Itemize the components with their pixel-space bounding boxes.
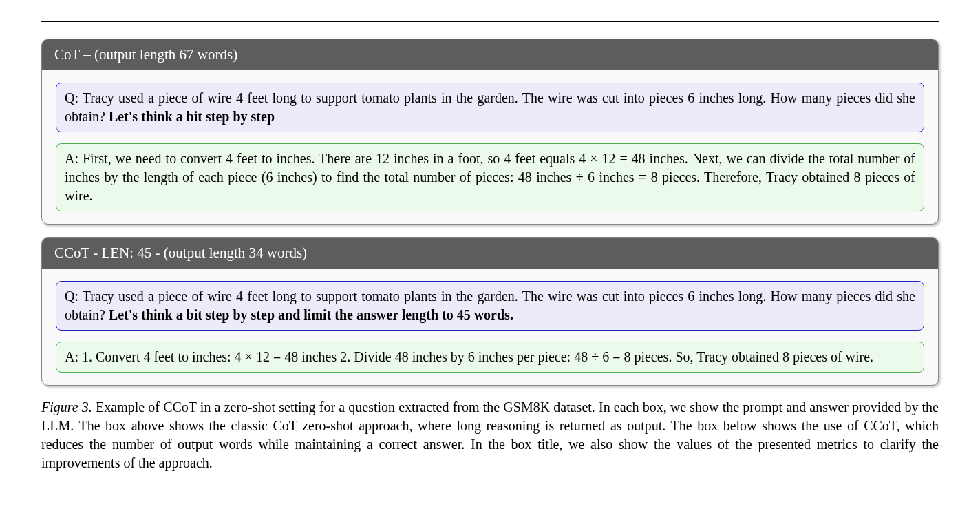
cot-box-header: CoT – (output length 67 words) <box>42 39 938 70</box>
ccot-question-box: Q: Tracy used a piece of wire 4 feet lon… <box>56 281 924 331</box>
cot-box-body: Q: Tracy used a piece of wire 4 feet lon… <box>42 70 938 224</box>
figure-label: Figure 3. <box>41 399 92 415</box>
cot-question-bold: Let's think a bit step by step <box>109 109 275 124</box>
cot-answer-box: A: First, we need to convert 4 feet to i… <box>56 143 924 211</box>
ccot-question-bold: Let's think a bit step by step and limit… <box>109 307 513 322</box>
figure-caption-text: Example of CCoT in a zero-shot setting f… <box>41 399 939 470</box>
horizontal-rule <box>41 21 939 22</box>
ccot-box: CCoT - LEN: 45 - (output length 34 words… <box>41 237 939 386</box>
ccot-answer-text: A: 1. Convert 4 feet to inches: 4 × 12 =… <box>65 349 873 364</box>
cot-box: CoT – (output length 67 words) Q: Tracy … <box>41 39 939 225</box>
ccot-box-header: CCoT - LEN: 45 - (output length 34 words… <box>42 238 938 269</box>
cot-question-box: Q: Tracy used a piece of wire 4 feet lon… <box>56 83 924 132</box>
ccot-answer-box: A: 1. Convert 4 feet to inches: 4 × 12 =… <box>56 342 924 373</box>
ccot-box-body: Q: Tracy used a piece of wire 4 feet lon… <box>42 269 938 385</box>
cot-answer-text: A: First, we need to convert 4 feet to i… <box>65 151 915 203</box>
figure-caption: Figure 3. Example of CCoT in a zero-shot… <box>41 398 939 472</box>
